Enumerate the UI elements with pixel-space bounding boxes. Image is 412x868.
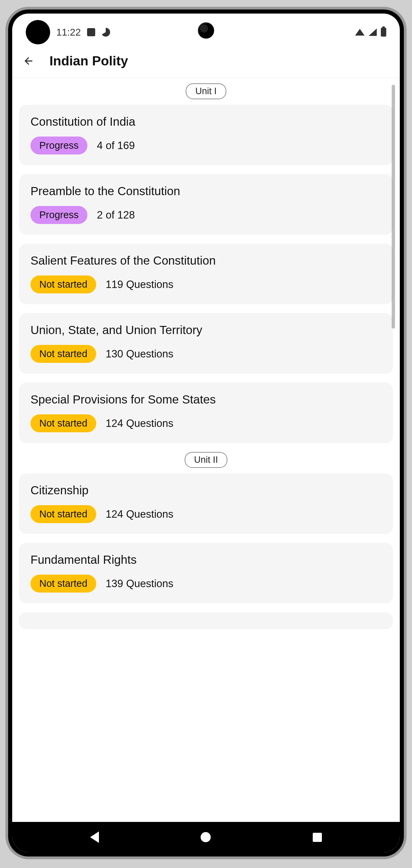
- topic-count: 124 Questions: [106, 417, 173, 430]
- topic-card[interactable]: Fundamental RightsNot started139 Questio…: [19, 543, 393, 603]
- topic-card[interactable]: Union, State, and Union TerritoryNot sta…: [19, 313, 393, 374]
- battery-icon: [381, 28, 386, 37]
- topic-card[interactable]: [19, 612, 393, 629]
- topic-card[interactable]: Special Provisions for Some StatesNot st…: [19, 383, 393, 443]
- topic-count: 2 of 128: [97, 209, 135, 221]
- wifi-icon: [355, 29, 365, 36]
- phone-frame: 11:22 Indian Polity Unit IConstitution o…: [8, 9, 404, 856]
- status-badge: Not started: [30, 345, 96, 363]
- status-time: 11:22: [56, 27, 81, 38]
- topic-title: Union, State, and Union Territory: [30, 323, 382, 337]
- unit-chip[interactable]: Unit II: [185, 452, 228, 468]
- topic-count: 4 of 169: [97, 140, 135, 152]
- topic-title: Preamble to the Constitution: [30, 184, 382, 198]
- nav-recent-button[interactable]: [313, 833, 322, 842]
- topic-card[interactable]: Constitution of IndiaProgress4 of 169: [19, 105, 393, 165]
- topic-count: 124 Questions: [106, 508, 173, 520]
- topic-title: Special Provisions for Some States: [30, 393, 382, 406]
- arrow-left-icon: [23, 55, 34, 67]
- content-scroll-area[interactable]: Unit IConstitution of IndiaProgress4 of …: [12, 78, 400, 822]
- unit-chip[interactable]: Unit I: [186, 83, 226, 99]
- screen: 11:22 Indian Polity Unit IConstitution o…: [12, 14, 400, 852]
- app-indicator-dot: [26, 20, 50, 44]
- topic-count: 130 Questions: [106, 348, 173, 360]
- topic-card[interactable]: Preamble to the ConstitutionProgress2 of…: [19, 174, 393, 235]
- topic-title: Citizenship: [30, 483, 382, 497]
- nav-back-button[interactable]: [90, 831, 99, 843]
- data-usage-icon: [101, 28, 110, 37]
- cell-signal-icon: [369, 28, 377, 36]
- status-badge: Progress: [30, 137, 87, 154]
- topic-card[interactable]: Salient Features of the ConstitutionNot …: [19, 244, 393, 304]
- nav-home-button[interactable]: [201, 832, 211, 842]
- status-badge: Not started: [30, 275, 96, 293]
- topic-title: Fundamental Rights: [30, 553, 382, 566]
- scrollbar-thumb[interactable]: [392, 85, 395, 329]
- system-nav-bar: [12, 822, 400, 852]
- status-badge: Progress: [30, 206, 87, 224]
- status-badge: Not started: [30, 505, 96, 523]
- page-title: Indian Polity: [49, 54, 128, 68]
- topic-card[interactable]: CitizenshipNot started124 Questions: [19, 473, 393, 534]
- status-badge: Not started: [30, 414, 96, 432]
- sd-card-icon: [87, 28, 95, 36]
- back-button[interactable]: [22, 55, 35, 67]
- topic-title: Salient Features of the Constitution: [30, 254, 382, 267]
- topic-count: 139 Questions: [106, 578, 173, 590]
- topic-count: 119 Questions: [106, 278, 173, 291]
- camera-notch: [198, 22, 214, 39]
- app-header: Indian Polity: [12, 44, 400, 78]
- topic-title: Constitution of India: [30, 115, 382, 128]
- status-badge: Not started: [30, 575, 96, 593]
